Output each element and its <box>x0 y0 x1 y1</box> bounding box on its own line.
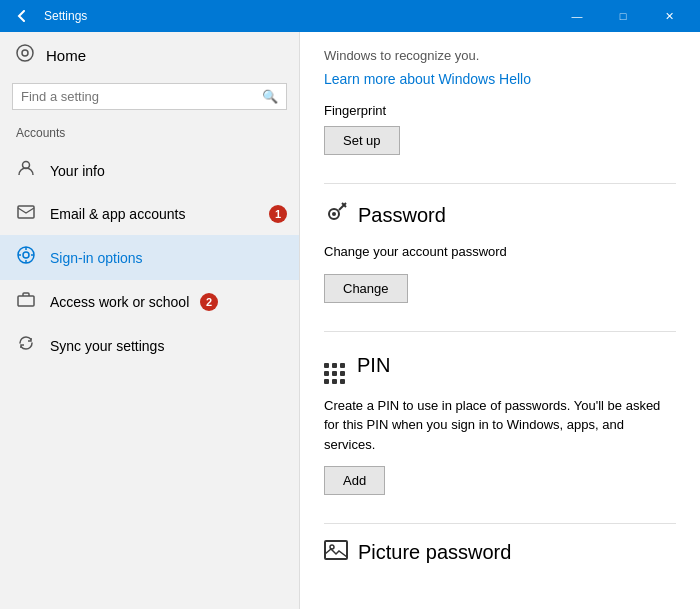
search-icon: 🔍 <box>262 89 278 104</box>
password-section-header: Password <box>324 200 676 230</box>
sidebar: Home 🔍 Accounts Your info <box>0 32 300 609</box>
svg-rect-10 <box>18 296 34 306</box>
back-button[interactable] <box>8 2 36 30</box>
email-label: Email & app accounts <box>50 206 185 222</box>
divider-1 <box>324 183 676 184</box>
accounts-section-label: Accounts <box>0 122 299 148</box>
picture-section-header: Picture password <box>324 540 676 565</box>
pin-section-header: PIN <box>324 348 676 384</box>
search-box: 🔍 <box>12 83 287 110</box>
email-icon <box>16 204 36 224</box>
svg-point-5 <box>23 252 29 258</box>
sign-in-icon <box>16 246 36 269</box>
sidebar-item-home[interactable]: Home <box>0 32 299 79</box>
top-description: Windows to recognize you. <box>324 48 676 63</box>
content-area: Windows to recognize you. Learn more abo… <box>300 32 700 609</box>
password-title: Password <box>358 204 446 227</box>
pin-desc: Create a PIN to use in place of password… <box>324 396 676 455</box>
add-pin-button[interactable]: Add <box>324 466 385 495</box>
badge-email: 1 <box>269 205 287 223</box>
badge-work: 2 <box>200 293 218 311</box>
titlebar-left: Settings <box>8 2 87 30</box>
sidebar-item-sync[interactable]: Sync your settings <box>0 323 299 368</box>
pin-icon <box>324 348 347 384</box>
svg-rect-16 <box>325 541 347 559</box>
work-icon <box>16 291 36 312</box>
password-icon <box>324 200 348 230</box>
sign-in-label: Sign-in options <box>50 250 143 266</box>
svg-rect-3 <box>18 206 34 218</box>
close-button[interactable]: ✕ <box>646 0 692 32</box>
your-info-label: Your info <box>50 163 105 179</box>
sync-icon <box>16 334 36 357</box>
change-password-button[interactable]: Change <box>324 274 408 303</box>
sidebar-item-access-work[interactable]: Access work or school 2 <box>0 280 299 323</box>
sidebar-item-email[interactable]: Email & app accounts 1 <box>0 193 299 235</box>
sidebar-item-your-info[interactable]: Your info <box>0 148 299 193</box>
minimize-button[interactable]: — <box>554 0 600 32</box>
picture-icon <box>324 540 348 565</box>
pin-title: PIN <box>357 354 390 377</box>
work-label: Access work or school <box>50 294 189 310</box>
svg-point-0 <box>17 45 33 61</box>
picture-title: Picture password <box>358 541 511 564</box>
fingerprint-label: Fingerprint <box>324 103 676 118</box>
your-info-icon <box>16 159 36 182</box>
home-icon <box>16 44 34 67</box>
learn-more-link[interactable]: Learn more about Windows Hello <box>324 71 676 87</box>
svg-line-15 <box>342 203 344 205</box>
fingerprint-setup-button[interactable]: Set up <box>324 126 400 155</box>
svg-point-1 <box>22 50 28 56</box>
divider-3 <box>324 523 676 524</box>
app-body: Home 🔍 Accounts Your info <box>0 32 700 609</box>
sidebar-item-sign-in[interactable]: Sign-in options <box>0 235 299 280</box>
home-label: Home <box>46 47 86 64</box>
svg-point-12 <box>332 212 336 216</box>
search-input[interactable] <box>21 89 262 104</box>
sync-label: Sync your settings <box>50 338 164 354</box>
window-controls: — □ ✕ <box>554 0 692 32</box>
titlebar: Settings — □ ✕ <box>0 0 700 32</box>
svg-line-14 <box>344 205 346 207</box>
maximize-button[interactable]: □ <box>600 0 646 32</box>
divider-2 <box>324 331 676 332</box>
password-desc: Change your account password <box>324 242 676 262</box>
window-title: Settings <box>44 9 87 23</box>
